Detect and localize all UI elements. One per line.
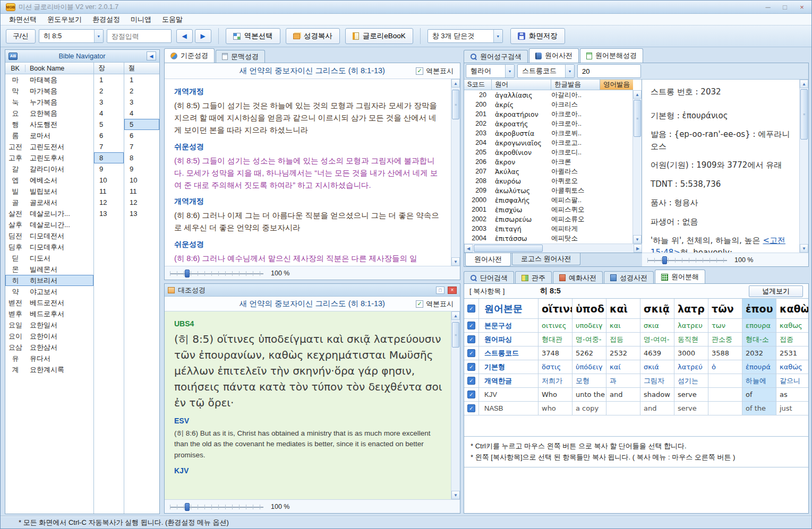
row-checkbox[interactable]: ✓ <box>467 363 475 371</box>
column-header-korean[interactable]: 한글발음 <box>551 80 600 90</box>
verse-item[interactable]: 12 <box>124 197 159 208</box>
tab-base-bible[interactable]: 기준성경 <box>164 48 215 63</box>
parse-cell[interactable]: σκιᾷ <box>640 299 674 318</box>
zoom-slider[interactable] <box>647 256 727 264</box>
scroll-down-icon[interactable]: ▼ <box>451 257 460 266</box>
scroll-down-icon[interactable]: ▼ <box>800 244 808 253</box>
lexicon-row[interactable]: 20ἀγαλλίασις아갈리아.. <box>464 90 633 100</box>
book-row[interactable]: 약야고보서 <box>5 286 93 297</box>
restore-icon[interactable]: □ <box>436 287 445 294</box>
code-type-dropdown[interactable]: 스트롱코드 ▼ <box>517 64 575 78</box>
tab-bible-dictionary[interactable]: 성경사전 <box>604 271 654 284</box>
horizontal-scrollbar[interactable]: ◀ ▶ <box>464 244 642 253</box>
verse-item[interactable]: 4 <box>124 108 159 119</box>
parse-cell[interactable]: οἵτινε <box>539 299 572 318</box>
chapter-item[interactable]: 7 <box>94 141 124 152</box>
zoom-slider[interactable] <box>170 503 263 510</box>
chapter-item[interactable]: 2 <box>94 85 124 97</box>
zoom-slider-thumb[interactable] <box>185 270 190 277</box>
verse-item[interactable]: 2 <box>124 85 159 97</box>
parse-cell[interactable]: serve <box>674 388 708 401</box>
lexicon-row[interactable]: 2001ἐπισχύω에피스퀴오 <box>464 205 633 214</box>
verse-item[interactable]: 6 <box>124 130 159 141</box>
lexicon-row[interactable]: 2000ἐπισφαλής에피스팔.. <box>464 195 633 205</box>
verse-item[interactable]: 10 <box>124 175 159 186</box>
forward-button[interactable]: ▶ <box>195 29 211 43</box>
parse-cell[interactable]: καί <box>606 360 640 374</box>
lexicon-row[interactable]: 205ἀκροθίνιον아크로디.. <box>464 148 633 157</box>
parse-cell[interactable]: ὑποδ <box>572 299 606 318</box>
scroll-left-icon[interactable]: ◀ <box>464 244 473 253</box>
parse-cell[interactable]: 관소중 <box>708 333 742 346</box>
parse-cell[interactable] <box>708 374 742 387</box>
book-row[interactable]: 행사도행전 <box>5 119 93 130</box>
parse-cell[interactable] <box>606 402 640 415</box>
chapter-item[interactable]: 3 <box>94 97 124 108</box>
chapter-item[interactable]: 13 <box>94 208 124 219</box>
book-row[interactable]: 살후데살로니간... <box>5 219 93 230</box>
parse-cell[interactable]: ὑπόδειγ <box>572 360 606 374</box>
tab-original-dictionary[interactable]: 원어사전 <box>529 48 579 63</box>
chapter-item[interactable]: 5 <box>94 119 124 130</box>
book-row[interactable]: 엡에베소서 <box>5 175 93 186</box>
verse-item[interactable]: 13 <box>124 208 159 219</box>
menu-item[interactable]: 미니앱 <box>125 14 157 25</box>
parse-cell[interactable]: 같으니 <box>776 374 809 387</box>
book-row[interactable]: 요요한복음 <box>5 108 93 119</box>
book-row[interactable]: 마마태복음 <box>5 74 93 85</box>
scrollbar-thumb[interactable]: ≡ <box>452 90 459 119</box>
chevron-down-icon[interactable]: ▼ <box>565 65 574 77</box>
book-row[interactable]: 요이요한이서 <box>5 331 93 342</box>
book-row[interactable]: 살전데살로니가... <box>5 208 93 219</box>
scrollbar-thumb[interactable]: ≡ <box>800 89 808 140</box>
menu-item[interactable]: 화면선택 <box>4 14 42 25</box>
scrollbar-thumb[interactable] <box>474 245 543 252</box>
parse-cell[interactable]: επουρα <box>742 319 776 332</box>
parse-cell[interactable]: καὶ <box>606 299 640 318</box>
version-display-checkbox[interactable]: ✓ 역본표시 <box>416 299 454 309</box>
book-row[interactable]: 빌빌립보서 <box>5 186 93 197</box>
parse-cell[interactable]: of the <box>742 402 776 415</box>
book-row[interactable]: 딛디도서 <box>5 253 93 264</box>
parse-cell[interactable] <box>708 388 742 401</box>
lexicon-row[interactable]: 204ἀκρογωνιαῖος아크로고.. <box>464 138 633 148</box>
parse-cell[interactable]: 2032 <box>742 346 776 360</box>
lexicon-row[interactable]: 203ἀκροβυστία아크로뷔.. <box>464 128 633 138</box>
lexicon-row[interactable]: 206ἄκρον아크론 <box>464 157 633 167</box>
parse-cell[interactable]: υποδειγ <box>572 319 606 332</box>
parse-cell[interactable]: 2531 <box>776 346 809 360</box>
language-dropdown[interactable]: 헬라어 ▼ <box>466 64 515 78</box>
parse-cell[interactable] <box>708 402 742 415</box>
chapter-item[interactable]: 9 <box>94 163 124 175</box>
window-preset-dropdown[interactable]: 창 3개 닫은것 ▼ <box>428 29 503 43</box>
book-row[interactable]: 요일요한일서 <box>5 319 93 331</box>
book-row[interactable]: 고전고린도전서 <box>5 141 93 152</box>
column-header-word[interactable]: 원어 <box>492 80 551 90</box>
zoom-slider-thumb[interactable] <box>185 503 190 511</box>
parse-cell[interactable]: and <box>606 388 640 401</box>
parse-cell[interactable]: 3588 <box>708 346 742 360</box>
zoom-slider[interactable] <box>170 270 263 277</box>
parse-cell[interactable]: λατρ <box>674 299 708 318</box>
tab-word-search[interactable]: 단어검색 <box>464 271 514 284</box>
parse-cell[interactable]: λατρευ <box>674 319 708 332</box>
book-row[interactable]: 딤후디모데후서 <box>5 241 93 253</box>
parse-cell[interactable]: 모형 <box>572 374 606 387</box>
parse-cell[interactable]: 저희가 <box>539 374 572 387</box>
column-header-scode[interactable]: S코드 <box>464 80 492 90</box>
parse-cell[interactable]: ὅστις <box>539 360 572 374</box>
book-row[interactable]: 딤전디모데전서 <box>5 230 93 241</box>
parse-cell[interactable]: καθως <box>776 319 809 332</box>
parse-cell[interactable]: καθὼς <box>776 299 809 318</box>
menu-item[interactable]: 윈도우보기 <box>42 14 87 25</box>
verse-item[interactable]: 3 <box>124 97 159 108</box>
row-checkbox[interactable]: ✓ <box>467 305 475 313</box>
chapter-item[interactable]: 11 <box>94 186 124 197</box>
book-row[interactable]: 요삼요한삼서 <box>5 342 93 353</box>
scrollbar-thumb[interactable]: ≡ <box>452 322 459 348</box>
menu-item[interactable]: 도움말 <box>157 14 188 25</box>
chevron-down-icon[interactable]: ▼ <box>505 65 514 77</box>
parse-cell[interactable]: και <box>606 319 640 332</box>
scroll-right-icon[interactable]: ▶ <box>634 244 642 253</box>
parse-cell[interactable]: 동직현 <box>674 333 708 346</box>
